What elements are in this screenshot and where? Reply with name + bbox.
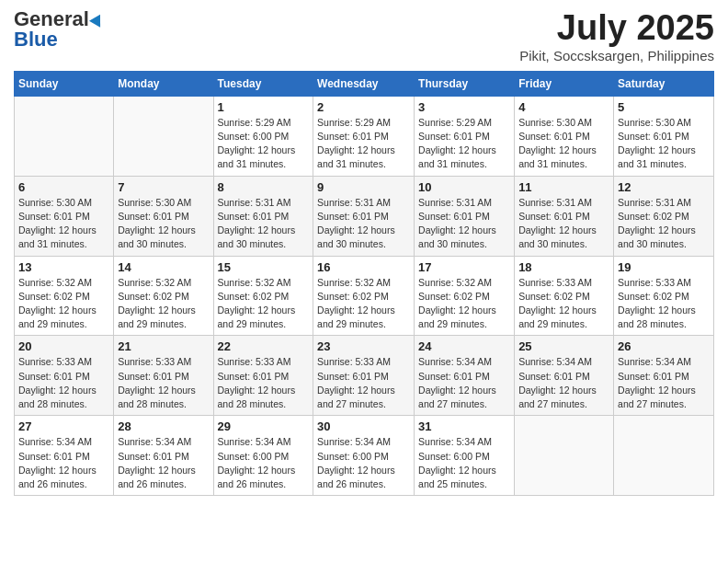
calendar-cell: 29Sunrise: 5:34 AM Sunset: 6:00 PM Dayli…	[213, 416, 313, 496]
day-detail: Sunrise: 5:31 AM Sunset: 6:01 PM Dayligh…	[518, 196, 609, 252]
day-number: 17	[418, 260, 510, 274]
calendar-cell: 24Sunrise: 5:34 AM Sunset: 6:01 PM Dayli…	[415, 336, 515, 416]
day-number: 9	[317, 180, 410, 194]
day-of-week-header: Sunday	[15, 71, 114, 96]
logo-triangle-icon	[89, 11, 106, 27]
day-detail: Sunrise: 5:32 AM Sunset: 6:02 PM Dayligh…	[118, 276, 209, 332]
day-detail: Sunrise: 5:30 AM Sunset: 6:01 PM Dayligh…	[18, 196, 109, 252]
calendar-cell: 28Sunrise: 5:34 AM Sunset: 6:01 PM Dayli…	[114, 416, 213, 496]
day-number: 7	[118, 180, 209, 194]
day-detail: Sunrise: 5:34 AM Sunset: 6:01 PM Dayligh…	[618, 355, 710, 411]
calendar-cell: 21Sunrise: 5:33 AM Sunset: 6:01 PM Dayli…	[114, 336, 213, 416]
calendar-cell: 16Sunrise: 5:32 AM Sunset: 6:02 PM Dayli…	[313, 256, 415, 336]
day-of-week-header: Thursday	[415, 71, 515, 96]
day-number: 10	[418, 180, 510, 194]
day-number: 31	[418, 419, 510, 433]
day-of-week-header: Saturday	[614, 71, 714, 96]
calendar-cell: 9Sunrise: 5:31 AM Sunset: 6:01 PM Daylig…	[313, 176, 415, 256]
calendar-cell: 13Sunrise: 5:32 AM Sunset: 6:02 PM Dayli…	[15, 256, 114, 336]
day-number: 18	[518, 260, 609, 274]
day-of-week-header: Wednesday	[313, 71, 415, 96]
calendar-cell: 10Sunrise: 5:31 AM Sunset: 6:01 PM Dayli…	[415, 176, 515, 256]
day-number: 22	[218, 339, 310, 353]
month-title: July 2025	[519, 9, 714, 48]
day-detail: Sunrise: 5:31 AM Sunset: 6:01 PM Dayligh…	[317, 196, 410, 252]
day-number: 25	[518, 339, 609, 353]
day-number: 23	[317, 339, 410, 353]
day-detail: Sunrise: 5:30 AM Sunset: 6:01 PM Dayligh…	[518, 116, 609, 172]
calendar-cell: 11Sunrise: 5:31 AM Sunset: 6:01 PM Dayli…	[515, 176, 614, 256]
day-detail: Sunrise: 5:33 AM Sunset: 6:01 PM Dayligh…	[118, 355, 209, 411]
logo-general-text: General	[14, 9, 89, 29]
day-number: 2	[317, 100, 410, 114]
day-detail: Sunrise: 5:33 AM Sunset: 6:01 PM Dayligh…	[317, 355, 410, 411]
calendar-cell: 18Sunrise: 5:33 AM Sunset: 6:02 PM Dayli…	[515, 256, 614, 336]
day-number: 6	[18, 180, 109, 194]
calendar-cell: 1Sunrise: 5:29 AM Sunset: 6:00 PM Daylig…	[213, 96, 313, 176]
calendar-cell: 27Sunrise: 5:34 AM Sunset: 6:01 PM Dayli…	[15, 416, 114, 496]
calendar-body: 1Sunrise: 5:29 AM Sunset: 6:00 PM Daylig…	[15, 96, 714, 495]
day-number: 8	[218, 180, 310, 194]
day-detail: Sunrise: 5:32 AM Sunset: 6:02 PM Dayligh…	[317, 276, 410, 332]
day-detail: Sunrise: 5:29 AM Sunset: 6:01 PM Dayligh…	[418, 116, 510, 172]
day-detail: Sunrise: 5:30 AM Sunset: 6:01 PM Dayligh…	[618, 116, 710, 172]
location-title: Pikit, Soccsksargen, Philippines	[519, 48, 714, 63]
day-of-week-header: Monday	[114, 71, 213, 96]
day-number: 5	[618, 100, 710, 114]
calendar-week-row: 6Sunrise: 5:30 AM Sunset: 6:01 PM Daylig…	[15, 176, 714, 256]
calendar-cell: 22Sunrise: 5:33 AM Sunset: 6:01 PM Dayli…	[213, 336, 313, 416]
day-detail: Sunrise: 5:34 AM Sunset: 6:01 PM Dayligh…	[518, 355, 609, 411]
day-detail: Sunrise: 5:33 AM Sunset: 6:02 PM Dayligh…	[618, 276, 710, 332]
day-detail: Sunrise: 5:31 AM Sunset: 6:02 PM Dayligh…	[618, 196, 710, 252]
day-number: 13	[18, 260, 109, 274]
day-detail: Sunrise: 5:34 AM Sunset: 6:01 PM Dayligh…	[418, 355, 510, 411]
logo: General Blue	[14, 9, 104, 50]
header: General Blue July 2025 Pikit, Soccsksarg…	[14, 9, 714, 63]
calendar-cell: 4Sunrise: 5:30 AM Sunset: 6:01 PM Daylig…	[515, 96, 614, 176]
title-area: July 2025 Pikit, Soccsksargen, Philippin…	[519, 9, 714, 63]
day-detail: Sunrise: 5:34 AM Sunset: 6:00 PM Dayligh…	[317, 435, 410, 491]
day-number: 29	[218, 419, 310, 433]
calendar-week-row: 27Sunrise: 5:34 AM Sunset: 6:01 PM Dayli…	[15, 416, 714, 496]
calendar-cell: 25Sunrise: 5:34 AM Sunset: 6:01 PM Dayli…	[515, 336, 614, 416]
calendar-cell: 30Sunrise: 5:34 AM Sunset: 6:00 PM Dayli…	[313, 416, 415, 496]
day-detail: Sunrise: 5:34 AM Sunset: 6:01 PM Dayligh…	[118, 435, 209, 491]
calendar-week-row: 13Sunrise: 5:32 AM Sunset: 6:02 PM Dayli…	[15, 256, 714, 336]
calendar-header: SundayMondayTuesdayWednesdayThursdayFrid…	[15, 71, 714, 96]
logo-blue-text: Blue	[14, 29, 58, 50]
calendar-cell: 8Sunrise: 5:31 AM Sunset: 6:01 PM Daylig…	[213, 176, 313, 256]
calendar-cell: 23Sunrise: 5:33 AM Sunset: 6:01 PM Dayli…	[313, 336, 415, 416]
day-of-week-header: Tuesday	[213, 71, 313, 96]
day-detail: Sunrise: 5:34 AM Sunset: 6:00 PM Dayligh…	[418, 435, 510, 491]
calendar-cell: 15Sunrise: 5:32 AM Sunset: 6:02 PM Dayli…	[213, 256, 313, 336]
calendar-cell: 20Sunrise: 5:33 AM Sunset: 6:01 PM Dayli…	[15, 336, 114, 416]
day-detail: Sunrise: 5:30 AM Sunset: 6:01 PM Dayligh…	[118, 196, 209, 252]
calendar-week-row: 1Sunrise: 5:29 AM Sunset: 6:00 PM Daylig…	[15, 96, 714, 176]
day-of-week-header: Friday	[515, 71, 614, 96]
calendar-cell	[614, 416, 714, 496]
calendar-cell: 14Sunrise: 5:32 AM Sunset: 6:02 PM Dayli…	[114, 256, 213, 336]
day-number: 12	[618, 180, 710, 194]
day-number: 24	[418, 339, 510, 353]
calendar-table: SundayMondayTuesdayWednesdayThursdayFrid…	[14, 71, 714, 496]
calendar-cell: 2Sunrise: 5:29 AM Sunset: 6:01 PM Daylig…	[313, 96, 415, 176]
day-number: 11	[518, 180, 609, 194]
day-number: 1	[218, 100, 310, 114]
day-number: 3	[418, 100, 510, 114]
day-detail: Sunrise: 5:33 AM Sunset: 6:01 PM Dayligh…	[218, 355, 310, 411]
day-detail: Sunrise: 5:33 AM Sunset: 6:01 PM Dayligh…	[18, 355, 109, 411]
calendar-cell: 26Sunrise: 5:34 AM Sunset: 6:01 PM Dayli…	[614, 336, 714, 416]
calendar-cell	[15, 96, 114, 176]
calendar-cell: 12Sunrise: 5:31 AM Sunset: 6:02 PM Dayli…	[614, 176, 714, 256]
day-detail: Sunrise: 5:32 AM Sunset: 6:02 PM Dayligh…	[18, 276, 109, 332]
day-detail: Sunrise: 5:31 AM Sunset: 6:01 PM Dayligh…	[418, 196, 510, 252]
calendar-week-row: 20Sunrise: 5:33 AM Sunset: 6:01 PM Dayli…	[15, 336, 714, 416]
day-detail: Sunrise: 5:34 AM Sunset: 6:00 PM Dayligh…	[218, 435, 310, 491]
day-detail: Sunrise: 5:32 AM Sunset: 6:02 PM Dayligh…	[418, 276, 510, 332]
day-number: 16	[317, 260, 410, 274]
calendar-cell: 19Sunrise: 5:33 AM Sunset: 6:02 PM Dayli…	[614, 256, 714, 336]
day-number: 20	[18, 339, 109, 353]
day-number: 4	[518, 100, 609, 114]
day-number: 15	[218, 260, 310, 274]
day-number: 21	[118, 339, 209, 353]
